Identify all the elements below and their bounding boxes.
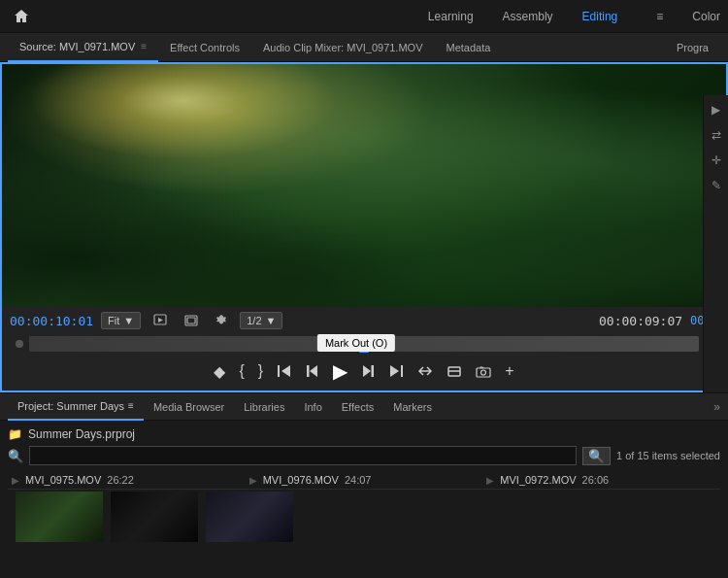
cross-tool-icon[interactable]: ✛ [711, 153, 721, 167]
search-button[interactable]: 🔍 [582, 447, 611, 465]
go-to-out-button[interactable] [384, 362, 408, 380]
file-browser: 📁 Summer Days.prproj 🔍 🔍 1 of 15 items s… [0, 421, 728, 546]
svg-rect-4 [278, 365, 280, 377]
file-name: MVI_0976.MOV [263, 474, 339, 486]
step-forward-button[interactable] [357, 362, 379, 380]
thumb-bg [111, 492, 198, 542]
tab-audio-clip-mixer[interactable]: Audio Clip Mixer: MVI_0971.MOV [251, 33, 434, 62]
pen-tool-icon[interactable]: ✎ [711, 179, 721, 192]
items-count: 1 of 15 items selected [616, 450, 720, 461]
playback-controls: Mark Out (O) ◆ { } ▶ [10, 354, 718, 387]
thumbnail-0[interactable] [16, 492, 103, 542]
home-button[interactable] [8, 3, 35, 30]
file-duration: 26:06 [582, 474, 610, 486]
settings-button[interactable] [211, 312, 232, 329]
tab-program-monitor[interactable]: Progra [665, 33, 720, 62]
fit-label: Fit [108, 315, 119, 326]
source-tab-menu[interactable]: ≡ [141, 41, 147, 51]
tab-libraries[interactable]: Libraries [234, 393, 294, 421]
tab-project[interactable]: Project: Summer Days ≡ [8, 393, 144, 421]
bottom-tabs-expand: » [713, 400, 720, 414]
markers-label: Markers [393, 401, 432, 413]
svg-marker-8 [363, 365, 371, 377]
right-tools-panel: ▶ ⇄ ✛ ✎ [703, 95, 728, 392]
effects-label: Effects [342, 401, 374, 413]
safe-margins-button[interactable] [180, 311, 203, 330]
tooltip-text: Mark Out (O) [325, 337, 387, 349]
svg-marker-5 [281, 365, 290, 377]
thumbnail-2[interactable] [206, 492, 293, 542]
thumbnail-row [8, 492, 720, 542]
metadata-label: Metadata [446, 42, 490, 53]
source-tab-label: Source: MVI_0971.MOV [19, 41, 135, 52]
nav-assembly[interactable]: Assembly [503, 10, 553, 23]
add-to-timeline-button[interactable]: + [501, 360, 517, 382]
tab-media-browser[interactable]: Media Browser [144, 393, 234, 421]
tab-effects[interactable]: Effects [332, 393, 383, 421]
effect-controls-label: Effect Controls [170, 42, 240, 53]
marker-button[interactable]: ◆ [210, 360, 229, 383]
svg-rect-9 [372, 365, 375, 377]
main-area: 00:00:10:01 Fit ▼ [0, 62, 728, 392]
video-preview [2, 64, 726, 307]
svg-point-14 [481, 370, 486, 375]
search-input[interactable] [29, 446, 577, 465]
list-item[interactable]: ▶ MVI_0975.MOV 26:22 [8, 471, 246, 490]
controls-area: 00:00:10:01 Fit ▼ [2, 307, 726, 391]
ratio-chevron-icon: ▼ [266, 315, 277, 326]
file-icon: ▶ [12, 475, 19, 486]
mark-out-button[interactable]: } [254, 360, 267, 382]
loop-button[interactable] [414, 362, 437, 380]
tooltip-mark-out: Mark Out (O) [317, 334, 395, 352]
play-tool-icon[interactable]: ▶ [711, 103, 720, 117]
list-item[interactable]: ▶ MVI_0976.MOV 24:07 [246, 471, 483, 490]
project-folder-name: Summer Days.prproj [28, 427, 135, 441]
project-tab-menu[interactable]: ≡ [128, 400, 134, 411]
nav-editing[interactable]: Editing [582, 10, 618, 23]
mark-in-button[interactable]: { [235, 360, 248, 382]
resolution-dropdown[interactable]: 1/2 ▼ [240, 312, 282, 329]
play-button[interactable]: ▶ [329, 357, 351, 385]
workspace-menu-icon[interactable]: ≡ [656, 10, 663, 23]
svg-rect-3 [187, 318, 195, 323]
thumb-bg [16, 492, 103, 542]
panel-tabs-bar: Source: MVI_0971.MOV ≡ Effect Controls A… [0, 33, 728, 62]
file-duration: 26:22 [107, 474, 134, 486]
folder-icon: 📁 [8, 427, 22, 441]
go-to-in-button[interactable] [273, 362, 296, 380]
tab-info[interactable]: Info [294, 393, 331, 421]
camera-button[interactable] [472, 362, 495, 380]
tab-effect-controls[interactable]: Effect Controls [158, 33, 251, 62]
project-tab-label: Project: Summer Days [17, 400, 124, 412]
svg-rect-13 [477, 368, 490, 377]
list-item[interactable]: ▶ MVI_0972.MOV 26:06 [482, 471, 720, 490]
audio-mixer-label: Audio Clip Mixer: MVI_0971.MOV [263, 42, 422, 53]
file-duration: 24:07 [345, 474, 372, 486]
media-browser-label: Media Browser [153, 401, 224, 413]
svg-rect-10 [401, 365, 403, 377]
file-icon: ▶ [249, 475, 257, 486]
ratio-label: 1/2 [247, 315, 261, 326]
expand-panels-icon[interactable]: » [713, 400, 720, 414]
nav-color[interactable]: Color [692, 10, 720, 23]
tab-metadata[interactable]: Metadata [434, 33, 502, 62]
tab-source-monitor[interactable]: Source: MVI_0971.MOV ≡ [8, 33, 158, 62]
overwrite-button[interactable] [443, 362, 466, 380]
ripple-tool-icon[interactable]: ⇄ [711, 128, 721, 142]
export-frame-button[interactable] [149, 311, 172, 330]
clip-duration: 00:00:09:07 [599, 314, 682, 328]
svg-marker-11 [390, 365, 399, 377]
program-label: Progra [677, 42, 709, 53]
info-label: Info [304, 401, 321, 413]
tab-markers[interactable]: Markers [383, 393, 442, 421]
libraries-label: Libraries [244, 401, 284, 413]
svg-marker-6 [310, 365, 317, 377]
thumbnail-1[interactable] [111, 492, 198, 542]
top-navigation: Learning Assembly Editing ≡ Color [0, 0, 728, 33]
step-back-button[interactable] [302, 362, 323, 380]
file-icon: ▶ [486, 475, 494, 486]
fit-chevron-icon: ▼ [123, 315, 134, 326]
search-row: 🔍 🔍 1 of 15 items selected [8, 444, 720, 467]
nav-learning[interactable]: Learning [428, 10, 474, 23]
fit-dropdown[interactable]: Fit ▼ [101, 312, 141, 329]
